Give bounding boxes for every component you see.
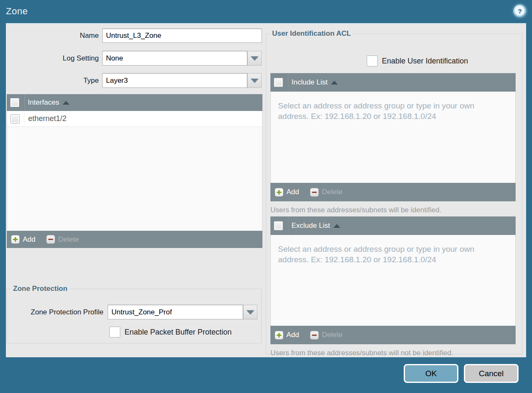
header-divider <box>24 94 24 111</box>
type-label: Type <box>6 73 99 88</box>
minus-icon <box>310 188 319 197</box>
exclude-list-footer: Add Delete <box>270 326 516 344</box>
exclude-list-body[interactable]: Select an address or address group or ty… <box>270 235 516 326</box>
row-checkbox[interactable] <box>11 114 20 124</box>
exclude-list-placeholder: Select an address or address group or ty… <box>271 235 513 265</box>
minus-icon <box>46 235 55 244</box>
log-setting-label: Log Setting <box>6 51 99 66</box>
add-button[interactable]: Add <box>11 235 35 244</box>
add-button-label: Add <box>286 331 299 339</box>
add-button-label: Add <box>23 235 35 244</box>
include-list-header-label: Include List <box>291 78 328 87</box>
cancel-button[interactable]: Cancel <box>464 364 519 383</box>
zone-protection-profile-label: Zone Protection Profile <box>7 305 103 319</box>
minus-icon <box>310 331 319 340</box>
exclude-list-sort-header[interactable]: Exclude List <box>291 222 340 230</box>
log-setting-dropdown-button[interactable] <box>247 51 262 66</box>
ok-button[interactable]: OK <box>404 364 458 383</box>
log-setting-input[interactable] <box>102 51 247 66</box>
delete-button-label: Delete <box>322 188 342 196</box>
row-divider <box>24 111 24 127</box>
dialog-content: Name Log Setting Type Interfaces etherne… <box>6 23 526 357</box>
include-list-placeholder: Select an address or address group or ty… <box>271 92 513 121</box>
include-list-caption: Users from these addresses/subnets will … <box>270 206 441 214</box>
dialog-title: Zone <box>6 6 28 17</box>
table-row[interactable]: ethernet1/2 <box>7 111 262 127</box>
include-list-table: Include List Select an address or addres… <box>270 73 516 201</box>
exclude-list-header: Exclude List <box>270 216 516 235</box>
sort-ascending-icon <box>63 101 69 105</box>
interfaces-table: Interfaces ethernet1/2 Add Delete <box>7 94 262 248</box>
header-divider <box>287 73 288 92</box>
include-list-footer: Add Delete <box>270 183 516 201</box>
zone-protection-legend: Zone Protection <box>11 285 70 293</box>
interface-name: ethernet1/2 <box>28 114 66 123</box>
include-list-sort-header[interactable]: Include List <box>291 78 338 87</box>
user-id-acl-legend: User Identification ACL <box>270 29 353 38</box>
help-icon[interactable]: ? <box>513 5 526 17</box>
include-list-header: Include List <box>270 73 516 92</box>
header-divider <box>287 216 288 235</box>
packet-buffer-protection-label: Enable Packet Buffer Protection <box>124 327 232 338</box>
delete-button-label: Delete <box>322 331 342 339</box>
plus-icon <box>275 188 283 197</box>
delete-button[interactable]: Delete <box>310 188 342 197</box>
interfaces-table-footer: Add Delete <box>7 231 262 248</box>
plus-icon <box>11 235 20 244</box>
interfaces-header-label: Interfaces <box>28 98 59 107</box>
question-mark-glyph: ? <box>515 6 524 16</box>
user-id-acl-fieldset: User Identification ACL Enable User Iden… <box>266 29 522 354</box>
chevron-down-icon <box>246 310 254 314</box>
zone-protection-fieldset: Zone Protection Zone Protection Profile … <box>7 285 262 343</box>
sort-ascending-icon <box>331 81 338 84</box>
plus-icon <box>275 331 283 340</box>
select-all-checkbox[interactable] <box>10 98 19 107</box>
interfaces-table-body: ethernet1/2 <box>7 111 262 231</box>
chevron-down-icon <box>251 79 258 83</box>
type-input[interactable] <box>102 73 247 88</box>
add-button[interactable]: Add <box>275 188 299 197</box>
zone-protection-profile-input[interactable] <box>108 305 243 319</box>
zone-protection-profile-dropdown-button[interactable] <box>243 305 257 319</box>
sort-ascending-icon <box>333 224 340 228</box>
interfaces-sort-header[interactable]: Interfaces <box>28 98 69 107</box>
exclude-list-header-label: Exclude List <box>291 222 330 230</box>
add-button-label: Add <box>286 188 299 196</box>
zone-dialog: { "dialog": { "title": "Zone", "help_gly… <box>0 0 532 393</box>
chevron-down-icon <box>251 56 258 61</box>
exclude-list-table: Exclude List Select an address or addres… <box>270 216 516 344</box>
exclude-list-caption: Users from these addresses/subnets will … <box>270 349 453 357</box>
packet-buffer-protection-checkbox[interactable] <box>109 327 120 338</box>
delete-button-label: Delete <box>58 235 79 244</box>
add-button[interactable]: Add <box>275 331 299 340</box>
select-all-checkbox[interactable] <box>274 221 283 230</box>
include-list-body[interactable]: Select an address or address group or ty… <box>270 92 516 183</box>
delete-button[interactable]: Delete <box>46 235 79 244</box>
enable-user-identification-label: Enable User Identification <box>382 55 468 66</box>
delete-button[interactable]: Delete <box>310 331 342 340</box>
name-input[interactable] <box>102 29 262 43</box>
interfaces-table-header: Interfaces <box>7 94 262 111</box>
select-all-checkbox[interactable] <box>274 78 283 87</box>
type-dropdown-button[interactable] <box>247 73 262 88</box>
name-label: Name <box>6 29 99 43</box>
enable-user-identification-checkbox[interactable] <box>367 55 378 66</box>
